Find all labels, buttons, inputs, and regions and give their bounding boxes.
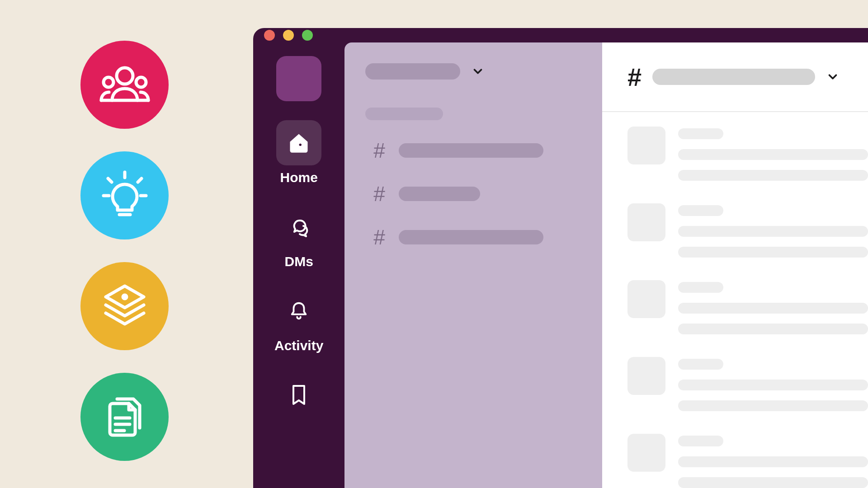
channel-sidebar: # # # [344, 42, 602, 488]
main-pane: # [602, 42, 868, 488]
message-list [602, 112, 868, 488]
rail-item-activity[interactable]: Activity [272, 288, 326, 353]
channel-item-2[interactable]: # [365, 182, 586, 206]
titlebar [253, 28, 868, 42]
message-body [678, 280, 868, 334]
people-icon [98, 62, 152, 108]
layers-lock-icon [98, 282, 152, 331]
app-window: Home DMs Activity [253, 28, 868, 488]
author-placeholder [678, 128, 723, 139]
home-icon [287, 131, 311, 155]
minimize-button[interactable] [283, 30, 294, 41]
rail-label-activity: Activity [274, 338, 323, 353]
svg-point-0 [117, 68, 133, 84]
later-icon-wrap [276, 372, 321, 418]
workspace-switcher[interactable] [276, 56, 321, 101]
author-placeholder [678, 205, 723, 216]
message-text-placeholder [678, 477, 868, 488]
avatar-placeholder [627, 127, 665, 164]
message-text-placeholder [678, 226, 868, 237]
avatar-placeholder [627, 357, 665, 395]
channels-section-label-placeholder [365, 108, 443, 120]
channel-item-1[interactable]: # [365, 138, 586, 163]
bell-icon [288, 300, 309, 322]
workspace-header[interactable] [365, 63, 586, 80]
documents-badge [80, 373, 169, 461]
message-text-placeholder [678, 380, 868, 390]
svg-point-2 [136, 77, 146, 87]
workspace-name-placeholder [365, 63, 460, 80]
author-placeholder [678, 359, 723, 370]
chevron-down-icon [826, 70, 840, 84]
maximize-button[interactable] [302, 30, 313, 41]
message-text-placeholder [678, 149, 868, 160]
security-badge [80, 262, 169, 350]
hash-icon: # [627, 62, 642, 92]
rail-item-later[interactable] [272, 372, 326, 422]
message-text-placeholder [678, 303, 868, 314]
svg-point-11 [123, 295, 127, 299]
rail-item-home[interactable]: Home [272, 120, 326, 185]
channel-name-placeholder [399, 187, 480, 201]
hash-icon: # [373, 138, 385, 163]
message-body [678, 434, 868, 488]
documents-icon [100, 390, 150, 444]
activity-icon-wrap [276, 288, 321, 333]
people-badge [80, 41, 169, 129]
message-text-placeholder [678, 170, 868, 181]
message-text-placeholder [678, 400, 868, 411]
message-item [627, 127, 868, 181]
rail-item-dms[interactable]: DMs [272, 204, 326, 269]
chat-bubbles-icon [288, 216, 310, 238]
message-body [678, 203, 868, 258]
feature-badges [80, 41, 169, 461]
rail-label-home: Home [280, 170, 317, 185]
hash-icon: # [373, 225, 385, 249]
hash-icon: # [373, 182, 385, 206]
avatar-placeholder [627, 203, 665, 241]
svg-line-7 [138, 178, 142, 182]
message-item [627, 357, 868, 411]
svg-line-6 [108, 178, 112, 182]
rail-label-dms: DMs [284, 254, 313, 269]
chevron-down-icon [471, 65, 485, 78]
channel-name-placeholder [399, 143, 543, 158]
channel-header[interactable]: # [602, 42, 868, 112]
message-text-placeholder [678, 247, 868, 258]
idea-badge [80, 151, 169, 239]
message-text-placeholder [678, 456, 868, 467]
nav-rail: Home DMs Activity [253, 42, 344, 488]
bookmark-icon [291, 384, 307, 406]
dms-icon-wrap [276, 204, 321, 249]
svg-point-15 [299, 144, 302, 146]
message-item [627, 434, 868, 488]
channel-title-placeholder [652, 69, 815, 85]
message-body [678, 127, 868, 181]
lightbulb-icon [100, 169, 150, 223]
avatar-placeholder [627, 280, 665, 318]
message-item [627, 203, 868, 258]
author-placeholder [678, 282, 723, 293]
app-body: Home DMs Activity [253, 42, 868, 488]
message-text-placeholder [678, 324, 868, 334]
channel-item-3[interactable]: # [365, 225, 586, 249]
message-item [627, 280, 868, 334]
svg-point-1 [104, 77, 113, 87]
close-button[interactable] [264, 30, 275, 41]
home-icon-wrap [276, 120, 321, 165]
channel-name-placeholder [399, 230, 543, 244]
author-placeholder [678, 436, 723, 446]
message-body [678, 357, 868, 411]
avatar-placeholder [627, 434, 665, 472]
